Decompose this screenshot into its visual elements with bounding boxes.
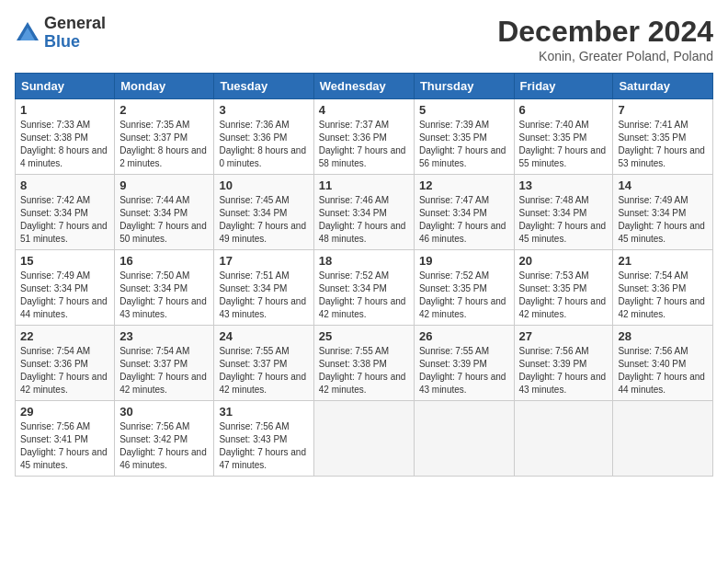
day-number: 23	[119, 329, 209, 343]
col-header-tuesday: Tuesday	[214, 74, 313, 99]
col-header-sunday: Sunday	[16, 74, 115, 99]
week-row-2: 8 Sunrise: 7:42 AM Sunset: 3:34 PM Dayli…	[16, 175, 713, 250]
day-number: 24	[219, 329, 308, 343]
day-info: Sunrise: 7:55 AM Sunset: 3:39 PM Dayligh…	[419, 345, 509, 396]
week-row-5: 29 Sunrise: 7:56 AM Sunset: 3:41 PM Dayl…	[16, 401, 713, 477]
day-number: 26	[419, 329, 509, 343]
day-info: Sunrise: 7:41 AM Sunset: 3:35 PM Dayligh…	[618, 119, 708, 170]
day-info: Sunrise: 7:52 AM Sunset: 3:34 PM Dayligh…	[319, 270, 409, 321]
day-info: Sunrise: 7:56 AM Sunset: 3:43 PM Dayligh…	[219, 420, 308, 472]
day-cell: 22 Sunrise: 7:54 AM Sunset: 3:36 PM Dayl…	[16, 326, 115, 401]
logo-general: General	[44, 15, 106, 33]
day-cell: 4 Sunrise: 7:37 AM Sunset: 3:36 PM Dayli…	[313, 99, 414, 175]
day-info: Sunrise: 7:44 AM Sunset: 3:34 PM Dayligh…	[119, 194, 209, 246]
day-cell: 5 Sunrise: 7:39 AM Sunset: 3:35 PM Dayli…	[414, 99, 514, 175]
day-cell: 3 Sunrise: 7:36 AM Sunset: 3:36 PM Dayli…	[214, 99, 313, 175]
day-cell: 13 Sunrise: 7:48 AM Sunset: 3:34 PM Dayl…	[514, 175, 613, 250]
day-info: Sunrise: 7:54 AM Sunset: 3:36 PM Dayligh…	[618, 270, 708, 321]
day-info: Sunrise: 7:42 AM Sunset: 3:34 PM Dayligh…	[20, 194, 109, 246]
day-info: Sunrise: 7:56 AM Sunset: 3:41 PM Dayligh…	[20, 420, 109, 472]
logo: General Blue	[15, 15, 106, 52]
col-header-thursday: Thursday	[414, 74, 514, 99]
day-number: 19	[419, 254, 509, 268]
day-cell: 11 Sunrise: 7:46 AM Sunset: 3:34 PM Dayl…	[313, 175, 414, 250]
day-cell: 8 Sunrise: 7:42 AM Sunset: 3:34 PM Dayli…	[16, 175, 115, 250]
day-cell: 29 Sunrise: 7:56 AM Sunset: 3:41 PM Dayl…	[16, 401, 115, 477]
day-cell: 30 Sunrise: 7:56 AM Sunset: 3:42 PM Dayl…	[115, 401, 214, 477]
day-number: 13	[519, 178, 609, 192]
page-header: General Blue December 2024 Konin, Greate…	[15, 15, 713, 63]
day-cell: 23 Sunrise: 7:54 AM Sunset: 3:37 PM Dayl…	[115, 326, 214, 401]
location: Konin, Greater Poland, Poland	[497, 49, 713, 63]
day-number: 7	[618, 103, 708, 117]
day-number: 30	[119, 405, 209, 419]
day-number: 14	[618, 178, 708, 192]
day-number: 16	[119, 254, 209, 268]
day-number: 20	[519, 254, 609, 268]
day-number: 17	[219, 254, 308, 268]
day-cell	[514, 401, 613, 477]
day-cell: 18 Sunrise: 7:52 AM Sunset: 3:34 PM Dayl…	[313, 250, 414, 326]
day-info: Sunrise: 7:39 AM Sunset: 3:35 PM Dayligh…	[419, 119, 509, 170]
day-info: Sunrise: 7:47 AM Sunset: 3:34 PM Dayligh…	[419, 194, 509, 246]
day-number: 25	[319, 329, 409, 343]
col-header-friday: Friday	[514, 74, 613, 99]
day-number: 31	[219, 405, 308, 419]
day-number: 6	[519, 103, 609, 117]
day-number: 1	[20, 103, 109, 117]
day-cell: 20 Sunrise: 7:53 AM Sunset: 3:35 PM Dayl…	[514, 250, 613, 326]
week-row-1: 1 Sunrise: 7:33 AM Sunset: 3:38 PM Dayli…	[16, 99, 713, 175]
day-cell: 9 Sunrise: 7:44 AM Sunset: 3:34 PM Dayli…	[115, 175, 214, 250]
day-number: 18	[319, 254, 409, 268]
calendar-header-row: SundayMondayTuesdayWednesdayThursdayFrid…	[16, 74, 713, 99]
day-info: Sunrise: 7:55 AM Sunset: 3:38 PM Dayligh…	[319, 345, 409, 396]
day-info: Sunrise: 7:35 AM Sunset: 3:37 PM Dayligh…	[119, 119, 209, 170]
day-info: Sunrise: 7:37 AM Sunset: 3:36 PM Dayligh…	[319, 119, 409, 170]
day-cell: 14 Sunrise: 7:49 AM Sunset: 3:34 PM Dayl…	[613, 175, 713, 250]
day-cell: 19 Sunrise: 7:52 AM Sunset: 3:35 PM Dayl…	[414, 250, 514, 326]
day-number: 8	[20, 178, 109, 192]
day-cell: 12 Sunrise: 7:47 AM Sunset: 3:34 PM Dayl…	[414, 175, 514, 250]
day-cell: 25 Sunrise: 7:55 AM Sunset: 3:38 PM Dayl…	[313, 326, 414, 401]
day-cell: 15 Sunrise: 7:49 AM Sunset: 3:34 PM Dayl…	[16, 250, 115, 326]
logo-icon	[15, 20, 40, 46]
day-number: 22	[20, 329, 109, 343]
day-cell: 1 Sunrise: 7:33 AM Sunset: 3:38 PM Dayli…	[16, 99, 115, 175]
day-cell: 21 Sunrise: 7:54 AM Sunset: 3:36 PM Dayl…	[613, 250, 713, 326]
day-number: 9	[119, 178, 209, 192]
week-row-4: 22 Sunrise: 7:54 AM Sunset: 3:36 PM Dayl…	[16, 326, 713, 401]
day-cell: 17 Sunrise: 7:51 AM Sunset: 3:34 PM Dayl…	[214, 250, 313, 326]
day-info: Sunrise: 7:55 AM Sunset: 3:37 PM Dayligh…	[219, 345, 308, 396]
day-cell: 2 Sunrise: 7:35 AM Sunset: 3:37 PM Dayli…	[115, 99, 214, 175]
day-cell: 31 Sunrise: 7:56 AM Sunset: 3:43 PM Dayl…	[214, 401, 313, 477]
month-title: December 2024	[497, 15, 713, 49]
title-block: December 2024 Konin, Greater Poland, Pol…	[497, 15, 713, 63]
day-info: Sunrise: 7:54 AM Sunset: 3:36 PM Dayligh…	[20, 345, 109, 396]
col-header-wednesday: Wednesday	[313, 74, 414, 99]
day-info: Sunrise: 7:48 AM Sunset: 3:34 PM Dayligh…	[519, 194, 609, 246]
day-info: Sunrise: 7:54 AM Sunset: 3:37 PM Dayligh…	[119, 345, 209, 396]
day-cell: 6 Sunrise: 7:40 AM Sunset: 3:35 PM Dayli…	[514, 99, 613, 175]
day-info: Sunrise: 7:56 AM Sunset: 3:42 PM Dayligh…	[119, 420, 209, 472]
day-cell: 7 Sunrise: 7:41 AM Sunset: 3:35 PM Dayli…	[613, 99, 713, 175]
day-info: Sunrise: 7:56 AM Sunset: 3:40 PM Dayligh…	[618, 345, 708, 396]
day-cell: 26 Sunrise: 7:55 AM Sunset: 3:39 PM Dayl…	[414, 326, 514, 401]
day-info: Sunrise: 7:36 AM Sunset: 3:36 PM Dayligh…	[219, 119, 308, 170]
day-info: Sunrise: 7:40 AM Sunset: 3:35 PM Dayligh…	[519, 119, 609, 170]
day-cell	[414, 401, 514, 477]
day-number: 11	[319, 178, 409, 192]
day-number: 28	[618, 329, 708, 343]
logo-text: General Blue	[44, 15, 106, 52]
day-info: Sunrise: 7:45 AM Sunset: 3:34 PM Dayligh…	[219, 194, 308, 246]
day-cell: 27 Sunrise: 7:56 AM Sunset: 3:39 PM Dayl…	[514, 326, 613, 401]
col-header-monday: Monday	[115, 74, 214, 99]
day-cell: 24 Sunrise: 7:55 AM Sunset: 3:37 PM Dayl…	[214, 326, 313, 401]
logo-blue: Blue	[44, 33, 106, 52]
day-info: Sunrise: 7:50 AM Sunset: 3:34 PM Dayligh…	[119, 270, 209, 321]
day-number: 27	[519, 329, 609, 343]
day-number: 15	[20, 254, 109, 268]
day-info: Sunrise: 7:52 AM Sunset: 3:35 PM Dayligh…	[419, 270, 509, 321]
day-info: Sunrise: 7:49 AM Sunset: 3:34 PM Dayligh…	[618, 194, 708, 246]
day-info: Sunrise: 7:33 AM Sunset: 3:38 PM Dayligh…	[20, 119, 109, 170]
day-info: Sunrise: 7:53 AM Sunset: 3:35 PM Dayligh…	[519, 270, 609, 321]
